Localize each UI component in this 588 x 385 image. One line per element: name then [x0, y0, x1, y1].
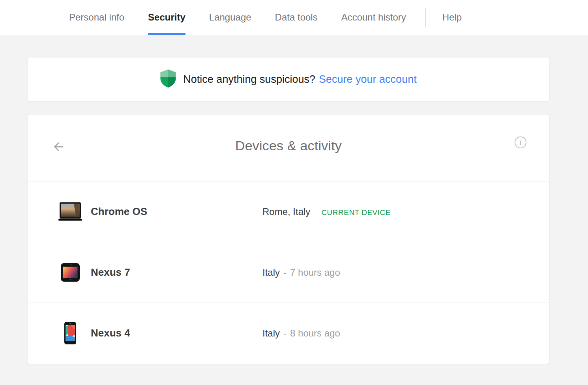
nav-divider	[425, 8, 426, 27]
notice-text: Notice anything suspicious?	[183, 73, 315, 86]
device-row-nexus-4[interactable]: Nexus 4 Italy - 8 hours ago	[28, 303, 549, 363]
device-meta: Rome, Italy CURRENT DEVICE	[262, 206, 391, 217]
device-name: Nexus 7	[91, 266, 262, 278]
device-meta: Italy - 7 hours ago	[262, 267, 340, 278]
tab-security[interactable]: Security	[148, 0, 185, 35]
tab-data-tools[interactable]: Data tools	[275, 0, 318, 35]
meta-separator: -	[283, 267, 287, 278]
device-location: Rome, Italy	[262, 206, 310, 217]
device-last-active: 8 hours ago	[290, 328, 340, 339]
account-nav: Personal info Security Language Data too…	[0, 0, 588, 35]
devices-activity-card: Devices & activity i	[28, 115, 549, 364]
device-meta: Italy - 8 hours ago	[262, 328, 340, 339]
device-name: Chrome OS	[91, 206, 262, 218]
tab-help[interactable]: Help	[442, 0, 462, 35]
current-device-badge: CURRENT DEVICE	[321, 208, 391, 217]
info-icon[interactable]: i	[515, 136, 526, 148]
device-location: Italy	[262, 328, 280, 339]
tablet-icon	[58, 263, 83, 282]
tab-personal-info[interactable]: Personal info	[69, 0, 124, 35]
secure-account-link[interactable]: Secure your account	[319, 73, 417, 86]
device-row-nexus-7[interactable]: Nexus 7 Italy - 7 hours ago	[28, 242, 549, 303]
phone-icon	[58, 322, 83, 344]
device-last-active: 7 hours ago	[290, 267, 340, 278]
security-shield-icon	[160, 69, 176, 89]
device-row-chrome-os[interactable]: Chrome OS Rome, Italy CURRENT DEVICE	[28, 181, 549, 242]
tab-account-history[interactable]: Account history	[341, 0, 406, 35]
tab-language[interactable]: Language	[209, 0, 251, 35]
meta-separator: -	[283, 328, 287, 339]
device-location: Italy	[262, 267, 280, 278]
chromebook-laptop-icon	[58, 202, 83, 221]
page-title: Devices & activity	[28, 138, 549, 153]
device-name: Nexus 4	[91, 327, 262, 339]
security-notice-card: Notice anything suspicious? Secure your …	[28, 58, 549, 101]
devices-header: Devices & activity i	[28, 115, 549, 181]
